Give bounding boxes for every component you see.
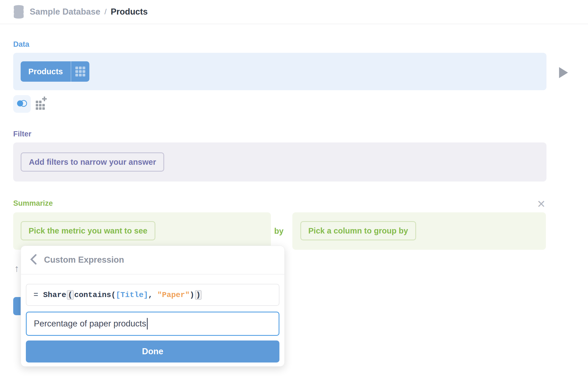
add-custom-column-button[interactable] — [34, 97, 48, 111]
expression-token: [Title] — [116, 291, 148, 299]
expression-tokens: Share(contains([Title], "Paper")) — [43, 291, 202, 299]
join-data-button[interactable] — [13, 95, 31, 113]
database-icon — [13, 5, 25, 19]
query-builder-screen: Sample Database / Products Data Products — [0, 0, 588, 379]
expression-token: ) — [195, 290, 202, 300]
play-icon — [558, 67, 568, 80]
close-icon: ✕ — [537, 198, 546, 210]
text-cursor — [147, 318, 148, 329]
expression-input[interactable]: = Share(contains([Title], "Paper")) — [26, 284, 279, 306]
summarize-groupby-panel: Pick a column to group by — [292, 212, 546, 250]
grid-plus-icon — [35, 96, 48, 112]
done-button[interactable]: Done — [26, 340, 279, 362]
breadcrumb-page-title[interactable]: Products — [111, 7, 148, 17]
custom-expression-popup: Custom Expression = Share(contains([Titl… — [21, 246, 285, 367]
filter-panel: Add filters to narrow your answer — [13, 142, 546, 182]
popup-title: Custom Expression — [44, 255, 124, 265]
back-button[interactable] — [29, 254, 38, 266]
expression-token: contains( — [74, 291, 116, 299]
table-grid-icon[interactable] — [71, 61, 89, 82]
header: Sample Database / Products — [0, 0, 588, 24]
expression-token: ) — [190, 291, 194, 299]
data-panel: Products — [13, 53, 546, 90]
visualize-button-partial — [13, 297, 21, 315]
data-table-label: Products — [21, 61, 71, 82]
expression-token: ( — [67, 290, 74, 300]
expression-name-input[interactable]: Percentage of paper products — [26, 312, 279, 336]
expression-token: "Paper" — [157, 291, 190, 299]
pick-metric-button[interactable]: Pick the metric you want to see — [21, 221, 155, 240]
data-table-button[interactable]: Products — [21, 61, 89, 82]
filter-section-label: Filter — [13, 130, 31, 138]
expression-equals-sign: = — [34, 291, 38, 299]
arrow-up-icon: ↑ — [14, 263, 19, 274]
expression-name-value: Percentage of paper products — [34, 319, 146, 329]
data-section-label: Data — [13, 40, 29, 49]
summarize-metric-panel: Pick the metric you want to see — [13, 212, 271, 250]
by-label: by — [274, 227, 284, 236]
expression-token: Share — [43, 291, 66, 299]
remove-summarize-button[interactable]: ✕ — [535, 198, 547, 210]
expression-token: , — [148, 291, 158, 299]
pick-column-button[interactable]: Pick a column to group by — [300, 221, 416, 240]
breadcrumb-database[interactable]: Sample Database — [30, 7, 100, 17]
run-query-button[interactable] — [557, 66, 570, 80]
join-venn-icon — [16, 99, 28, 109]
chevron-left-icon — [29, 254, 38, 266]
add-filters-button[interactable]: Add filters to narrow your answer — [21, 152, 164, 172]
popup-header: Custom Expression — [21, 246, 284, 274]
summarize-section-label: Summarize — [13, 199, 53, 208]
breadcrumb-separator: / — [105, 7, 107, 16]
